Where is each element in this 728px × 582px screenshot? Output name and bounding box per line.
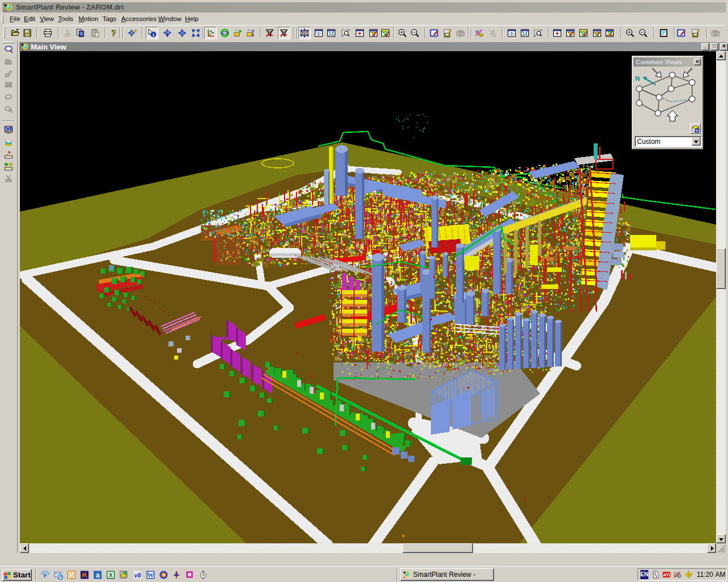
svg-text:N: N [635, 75, 640, 82]
svg-text:X: X [109, 572, 113, 579]
svg-text:v8: v8 [134, 572, 141, 579]
svg-text:a: a [96, 571, 100, 579]
svg-text:W: W [147, 571, 154, 579]
svg-text:?: ? [112, 28, 117, 38]
svg-text:ATI: ATI [663, 572, 670, 577]
